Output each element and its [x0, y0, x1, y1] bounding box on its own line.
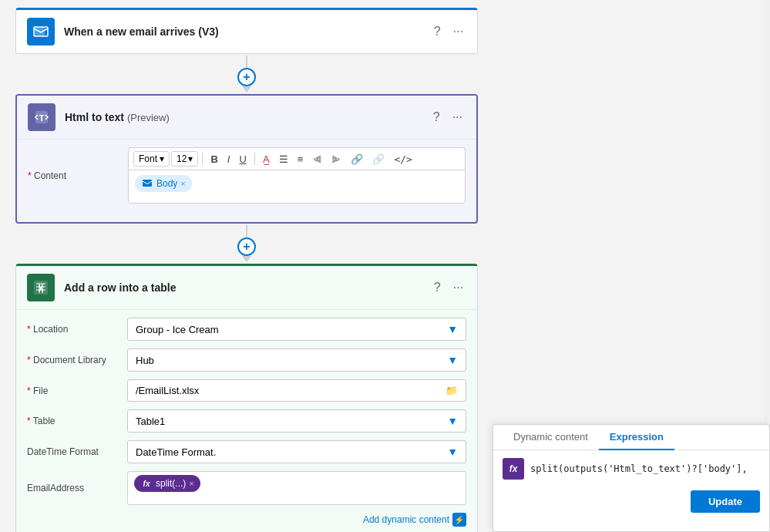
table-row: * Table Table1 ▼: [27, 409, 466, 433]
expression-panel: Dynamic content Expression fx split(outp…: [493, 424, 770, 532]
lightning-icon: ⚡: [452, 513, 466, 527]
font-select[interactable]: Font ▾: [133, 151, 170, 167]
html-icon: T: [28, 103, 55, 131]
content-label: * Content: [28, 170, 120, 181]
split-pill-close[interactable]: ×: [189, 479, 193, 488]
location-label: * Location: [27, 324, 119, 335]
body-pill-close[interactable]: ×: [180, 179, 185, 188]
trigger-help-btn[interactable]: ?: [431, 23, 444, 40]
add-step-btn-2[interactable]: +: [237, 237, 256, 256]
datetime-label: DateTime Format: [27, 446, 119, 457]
link-btn[interactable]: 🔗: [347, 152, 367, 167]
connector-arrow-2: [242, 256, 251, 262]
svg-text:T: T: [39, 113, 45, 123]
file-folder-icon: 📁: [446, 385, 458, 396]
toolbar-sep-1: [202, 153, 203, 165]
connector-line-1: [246, 56, 247, 68]
html-more-btn[interactable]: ···: [449, 109, 466, 126]
datetime-chevron: ▼: [447, 446, 458, 458]
excel-step-body: * Location Group - Ice Cream ▼ * Documen…: [16, 309, 477, 532]
location-control[interactable]: Group - Ice Cream ▼: [127, 318, 466, 341]
ol-btn[interactable]: ≡: [294, 152, 308, 167]
split-tag-pill: fx split(...) ×: [134, 475, 200, 492]
doc-library-chevron: ▼: [447, 354, 458, 366]
add-dynamic-row: Add dynamic content ⚡: [27, 513, 466, 527]
excel-help-btn[interactable]: ?: [431, 279, 444, 296]
bold-btn[interactable]: B: [207, 152, 221, 167]
connector-arrow-1: [242, 86, 251, 93]
email-trigger-title: When a new email arrives (V3): [64, 25, 431, 38]
paint-btn[interactable]: A̲: [259, 152, 274, 167]
content-editor[interactable]: Body ×: [128, 170, 466, 204]
connector-line-2: [246, 225, 247, 237]
expression-code[interactable]: split(outputs('Html_to_text')?['body'],: [530, 463, 760, 474]
trigger-actions: ? ···: [431, 23, 466, 40]
email-address-control[interactable]: fx split(...) ×: [127, 471, 466, 505]
main-canvas: When a new email arrives (V3) ? ··· + T …: [0, 0, 493, 532]
datetime-row: DateTime Format DateTime Format. ▼: [27, 440, 466, 463]
file-control[interactable]: /EmailList.xlsx 📁: [127, 379, 466, 402]
doc-library-control[interactable]: Hub ▼: [127, 348, 466, 372]
ul-btn[interactable]: ☰: [275, 152, 292, 167]
tab-expression[interactable]: Expression: [599, 425, 674, 450]
excel-step-block: X Add a row into a table ? ··· * Locatio…: [15, 264, 478, 532]
html-step-block: T Html to text (Preview) ? ··· * Content: [15, 94, 478, 224]
file-required: *: [27, 386, 31, 396]
svg-text:X: X: [39, 285, 44, 293]
doc-library-label: * Document Library: [27, 355, 119, 365]
content-control: Font ▾ 12 ▾ B I U A̲ ☰: [128, 147, 466, 204]
tab-dynamic-content[interactable]: Dynamic content: [503, 425, 599, 450]
rich-toolbar: Font ▾ 12 ▾ B I U A̲ ☰: [128, 147, 466, 170]
trigger-more-btn[interactable]: ···: [450, 23, 466, 40]
table-label: * Table: [27, 416, 119, 426]
content-field-row: * Content Font ▾ 12 ▾ B: [28, 147, 466, 204]
html-step-actions: ? ···: [430, 109, 466, 126]
html-step-title: Html to text (Preview): [65, 111, 430, 123]
email-address-editor[interactable]: fx split(...) ×: [127, 471, 466, 505]
html-help-btn[interactable]: ?: [430, 109, 443, 126]
table-required: *: [27, 416, 31, 426]
size-select[interactable]: 12 ▾: [171, 151, 198, 167]
location-dropdown[interactable]: Group - Ice Cream ▼: [127, 318, 466, 341]
fx-pill-icon: fx: [140, 477, 153, 490]
email-trigger-header: When a new email arrives (V3) ? ···: [16, 10, 477, 53]
align-left-btn[interactable]: ⫷: [308, 152, 326, 167]
code-btn[interactable]: </>: [390, 152, 415, 167]
add-step-btn-1[interactable]: +: [237, 68, 256, 86]
email-address-label: EmailAddress: [27, 483, 119, 493]
add-dynamic-btn[interactable]: Add dynamic content ⚡: [363, 513, 466, 527]
underline-btn[interactable]: U: [235, 152, 250, 167]
doc-library-dropdown[interactable]: Hub ▼: [127, 348, 466, 372]
email-trigger-block: When a new email arrives (V3) ? ···: [15, 8, 478, 54]
excel-more-btn[interactable]: ···: [450, 279, 466, 296]
excel-step-actions: ? ···: [431, 279, 466, 296]
datetime-control[interactable]: DateTime Format. ▼: [127, 440, 466, 463]
expression-area: fx split(outputs('Html_to_text')?['body'…: [493, 450, 769, 487]
file-input[interactable]: /EmailList.xlsx 📁: [127, 379, 466, 402]
table-control[interactable]: Table1 ▼: [127, 409, 466, 433]
svg-rect-4: [143, 180, 152, 187]
email-address-row: EmailAddress fx split(...) ×: [27, 471, 466, 505]
file-label: * File: [27, 386, 119, 396]
body-pill-icon: [141, 177, 153, 190]
fx-label: fx: [503, 458, 524, 480]
doc-library-row: * Document Library Hub ▼: [27, 348, 466, 372]
body-tag-pill: Body ×: [135, 175, 192, 192]
outlook-icon: [27, 18, 55, 45]
table-chevron: ▼: [447, 415, 458, 427]
html-step-header: T Html to text (Preview) ? ···: [17, 96, 476, 139]
file-row: * File /EmailList.xlsx 📁: [27, 379, 466, 402]
unlink-btn[interactable]: 🔗: [368, 152, 388, 167]
location-row: * Location Group - Ice Cream ▼: [27, 318, 466, 341]
excel-step-title: Add a row into a table: [64, 281, 431, 294]
datetime-dropdown[interactable]: DateTime Format. ▼: [127, 440, 466, 463]
html-step-body: * Content Font ▾ 12 ▾ B: [17, 139, 476, 222]
connector-2: +: [15, 225, 478, 262]
align-right-btn[interactable]: ⫸: [328, 152, 345, 167]
table-dropdown[interactable]: Table1 ▼: [127, 409, 466, 433]
location-required: *: [27, 324, 31, 335]
doc-library-required: *: [27, 355, 31, 365]
update-button[interactable]: Update: [691, 490, 760, 513]
panel-tabs: Dynamic content Expression: [493, 425, 769, 450]
italic-btn[interactable]: I: [224, 152, 234, 167]
